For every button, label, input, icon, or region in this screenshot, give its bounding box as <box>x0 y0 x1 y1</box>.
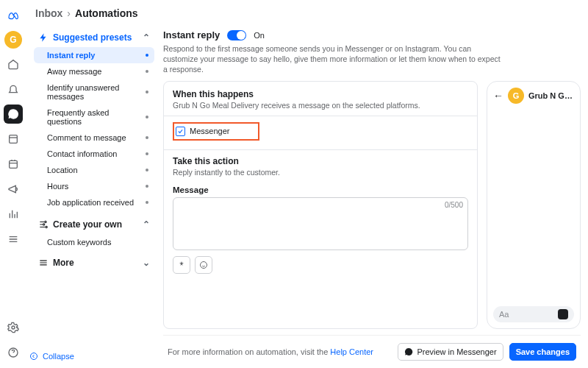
checkbox-checked-icon[interactable] <box>176 127 185 136</box>
when-heading: When this happens <box>173 89 468 99</box>
sidebar-item-job-app[interactable]: Job application received <box>34 194 154 210</box>
svg-point-7 <box>201 261 207 268</box>
bell-icon[interactable] <box>4 79 23 99</box>
sidebar-item-hours[interactable]: Hours <box>34 178 154 194</box>
chevron-up-icon: ⌃ <box>143 32 150 43</box>
list-icon <box>38 258 49 268</box>
sidebar-item-location[interactable]: Location <box>34 162 154 178</box>
preview-placeholder: Aa <box>499 310 509 319</box>
home-icon[interactable] <box>4 54 23 74</box>
chevron-up-icon: ⌃ <box>143 219 150 230</box>
messenger-preview: ← G Grub N Go M... Aa <box>487 81 581 329</box>
svg-point-5 <box>43 224 44 225</box>
rail-avatar[interactable]: G <box>4 31 22 49</box>
collapse-icon <box>29 352 38 361</box>
messenger-icon <box>404 347 413 356</box>
chevron-right-icon: › <box>67 7 71 19</box>
svg-rect-1 <box>10 160 18 168</box>
status-dot <box>146 54 148 57</box>
enable-toggle[interactable] <box>227 30 246 40</box>
group-label: More <box>53 258 74 268</box>
preview-page-name: Grub N Go M... <box>528 91 574 100</box>
platform-messenger-row[interactable]: Messenger <box>173 122 259 141</box>
sidebar-item-away-message[interactable]: Away message <box>34 63 154 79</box>
group-create-your-own[interactable]: Create your own ⌃ <box>34 215 154 234</box>
personalize-button[interactable] <box>173 256 190 274</box>
preview-input: Aa <box>493 306 574 322</box>
footer-bar: For more information on automation, visi… <box>163 335 581 368</box>
group-more[interactable]: More ⌄ <box>34 253 154 272</box>
group-label: Suggested presets <box>53 32 132 43</box>
inbox-icon[interactable] <box>4 105 23 124</box>
collapse-label: Collapse <box>43 352 74 361</box>
config-panel: When this happens Grub N Go Meal Deliver… <box>163 81 478 329</box>
breadcrumb-current: Automations <box>75 7 138 19</box>
sidebar-item-custom-keywords[interactable]: Custom keywords <box>34 234 154 250</box>
calendar-icon[interactable] <box>4 155 23 174</box>
posts-icon[interactable] <box>4 130 23 149</box>
char-counter: 0/500 <box>445 201 463 209</box>
automation-title: Instant reply <box>163 29 220 40</box>
chevron-down-icon: ⌄ <box>143 258 150 268</box>
breadcrumb-parent[interactable]: Inbox <box>35 7 62 19</box>
left-rail: G <box>0 0 26 368</box>
toggle-state: On <box>254 31 265 40</box>
preview-in-messenger-button[interactable]: Preview in Messenger <box>398 343 503 361</box>
preview-avatar: G <box>508 88 524 104</box>
sidebar-item-contact[interactable]: Contact information <box>34 146 154 162</box>
help-icon[interactable] <box>4 343 23 362</box>
platform-label: Messenger <box>190 127 229 135</box>
sidebar-item-unanswered[interactable]: Identify unanswered messages <box>34 79 154 105</box>
back-arrow-icon[interactable]: ← <box>493 90 503 102</box>
when-subtext: Grub N Go Meal Delivery receives a messa… <box>173 101 468 110</box>
sliders-icon <box>38 219 49 230</box>
svg-rect-0 <box>10 135 18 144</box>
send-icon <box>558 309 568 319</box>
sidebar-item-comment[interactable]: Comment to message <box>34 130 154 146</box>
svg-point-2 <box>12 326 15 329</box>
svg-point-4 <box>45 221 46 222</box>
breadcrumb: Inbox › Automations <box>26 0 588 24</box>
menu-icon[interactable] <box>4 230 23 249</box>
insights-icon[interactable] <box>4 205 23 224</box>
group-label: Create your own <box>53 219 122 230</box>
meta-logo-icon[interactable] <box>4 6 23 25</box>
ads-icon[interactable] <box>4 180 23 199</box>
collapse-sidebar-button[interactable]: Collapse <box>29 352 74 361</box>
help-center-link[interactable]: Help Center <box>330 347 373 356</box>
message-label: Message <box>173 185 468 194</box>
action-heading: Take this action <box>173 156 468 166</box>
action-subtext: Reply instantly to the customer. <box>173 168 468 177</box>
message-textarea[interactable]: 0/500 <box>173 197 468 250</box>
svg-point-6 <box>46 226 47 227</box>
emoji-button[interactable] <box>195 256 212 274</box>
footer-info: For more information on automation, visi… <box>168 347 373 356</box>
automation-sidebar: Suggested presets ⌃ Instant reply Away m… <box>26 24 159 368</box>
group-suggested-presets[interactable]: Suggested presets ⌃ <box>34 28 154 47</box>
automation-description: Respond to the first message someone sen… <box>163 42 501 81</box>
svg-point-8 <box>31 353 37 360</box>
settings-icon[interactable] <box>4 318 23 337</box>
save-changes-button[interactable]: Save changes <box>509 343 576 361</box>
sidebar-item-instant-reply[interactable]: Instant reply <box>34 47 154 63</box>
sidebar-item-faq[interactable]: Frequently asked questions <box>34 105 154 130</box>
bolt-icon <box>38 32 49 43</box>
